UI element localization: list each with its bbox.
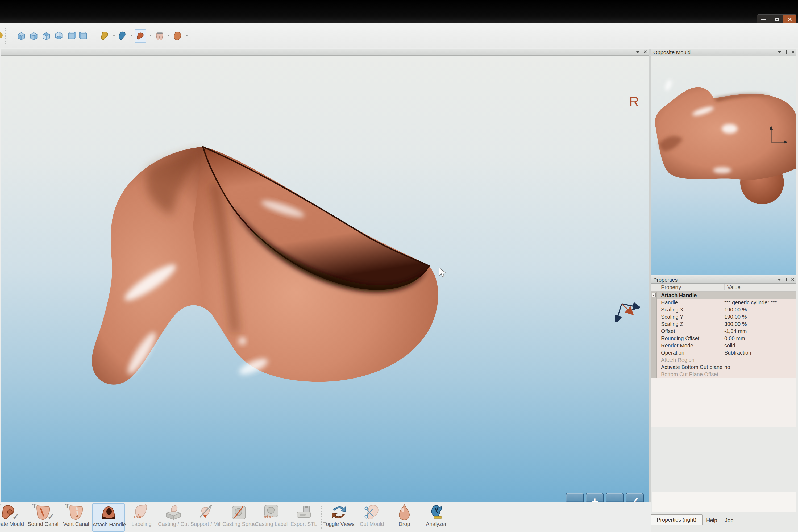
tab-help[interactable]: Help [703, 516, 721, 525]
drop-button[interactable]: Drop [388, 503, 421, 532]
close-icon[interactable] [791, 278, 795, 281]
row-gutter: - [651, 291, 657, 299]
abc-text: abc [264, 513, 273, 520]
sound-canal-button[interactable]: T ✓ Sound Canal [26, 503, 60, 532]
property-row[interactable]: Attach Region [657, 357, 796, 364]
cube-right-icon [29, 31, 39, 41]
property-row[interactable]: OperationSubtraction [657, 349, 796, 357]
main-3d-viewport[interactable]: R [1, 56, 649, 502]
dropdown-dot[interactable] [168, 35, 169, 36]
view-front-button[interactable] [65, 29, 77, 42]
attach-handle-button[interactable]: Attach Handle [92, 503, 125, 532]
export-stl-icon [296, 504, 312, 520]
maximize-icon [775, 18, 779, 21]
drop-icon [396, 504, 413, 520]
column-property[interactable]: Property [651, 284, 724, 290]
create-mould-button[interactable]: T ✓ Create Mould [0, 503, 24, 532]
mouse-cursor [439, 267, 448, 278]
casting-label-button[interactable]: abc Casting Label [255, 503, 288, 532]
group-row-attach-handle[interactable]: - Attach Handle [651, 291, 796, 299]
casting-cut-icon [165, 504, 182, 520]
export-stl-button[interactable]: Export STL [287, 503, 320, 532]
maximize-button[interactable] [770, 15, 783, 24]
pin-icon[interactable] [785, 278, 788, 281]
toggle-views-button[interactable]: Toggle Views [322, 503, 355, 532]
casting-sprue-button[interactable]: Casting Sprue [222, 503, 255, 532]
group-label: Attach Handle [657, 292, 697, 299]
opposite-mould-header[interactable]: Opposite Mould [651, 49, 796, 56]
cube-bottom-icon [54, 31, 64, 41]
clipped-tool-icon [0, 33, 3, 38]
property-row[interactable]: Bottom Cut Plane Offset [657, 371, 796, 378]
close-icon[interactable] [643, 50, 647, 54]
shell-tool-orange-button[interactable] [172, 29, 184, 42]
labeling-icon: abc [133, 504, 150, 520]
property-row[interactable]: Activate Bottom Cut planeno [657, 364, 796, 371]
monitor-bezel [0, 0, 798, 23]
ear-mould-model [1, 56, 649, 502]
analyzer-button[interactable]: Analyzer [420, 503, 453, 532]
opposite-mould-viewport[interactable] [651, 56, 796, 275]
properties-header[interactable]: Properties [651, 276, 796, 284]
support-mill-icon [198, 504, 214, 520]
vent-canal-icon: T [68, 504, 84, 520]
cube-left-icon [16, 31, 26, 41]
tab-job[interactable]: Job [721, 516, 737, 525]
shell-orange-icon [173, 31, 183, 41]
cube-top-icon [41, 31, 51, 41]
casting-cut-button[interactable]: Casting / Cut [157, 503, 190, 532]
view-left-button[interactable] [15, 29, 27, 42]
collapse-toggle[interactable]: - [652, 293, 656, 297]
close-icon[interactable] [791, 50, 795, 54]
dropdown-dot[interactable] [186, 35, 188, 36]
toolbar-grip[interactable] [94, 28, 94, 44]
property-row[interactable]: Render Modesolid [657, 342, 796, 349]
close-button[interactable] [783, 15, 796, 24]
support-mill-button[interactable]: Support / Mill [189, 503, 222, 532]
description-box [652, 492, 796, 512]
monitor-photo: R [0, 0, 798, 532]
dropdown-dot[interactable] [131, 35, 132, 36]
dropdown-dot[interactable] [150, 35, 151, 36]
view-bottom-button[interactable] [53, 29, 65, 42]
mould-tool-orange-button[interactable] [135, 29, 146, 42]
cut-mould-button[interactable]: Cut Mould [355, 503, 388, 532]
minimize-button[interactable] [757, 15, 770, 24]
view-toolbar [0, 23, 798, 49]
property-row[interactable]: Handle*** generic cylinder *** [657, 299, 796, 306]
toolbar-grip[interactable] [5, 28, 6, 44]
create-mould-icon: T ✓ [0, 504, 16, 520]
view-back-button[interactable] [78, 29, 90, 42]
property-row[interactable]: Scaling Y190,00 % [657, 314, 796, 321]
property-rows: Handle*** generic cylinder *** Scaling X… [657, 299, 796, 378]
property-row[interactable]: Rounding Offset0,00 mm [657, 335, 796, 342]
cube-back-icon [79, 31, 89, 41]
tab-properties-right[interactable]: Properties (right) [651, 514, 703, 525]
opposite-mould-title: Opposite Mould [653, 50, 690, 55]
property-row[interactable]: Scaling Z300,00 % [657, 321, 796, 328]
dock-tabs: Properties (right) Help Job [651, 513, 798, 525]
chevron-down-icon[interactable] [777, 51, 781, 54]
chevron-down-icon[interactable] [635, 50, 640, 54]
rows-gutter [651, 299, 657, 378]
vent-canal-button[interactable]: T Vent Canal [60, 503, 93, 532]
view-top-button[interactable] [40, 29, 52, 42]
impression-tool-yellow-button[interactable] [99, 29, 111, 42]
view-right-button[interactable] [28, 29, 40, 42]
grid-column-headers: Property Value [651, 284, 796, 291]
labeling-button[interactable]: abc Labeling [125, 503, 158, 532]
close-icon [787, 17, 792, 22]
impression-tool-blue-button[interactable] [116, 29, 128, 42]
column-value[interactable]: Value [724, 284, 796, 290]
pin-icon[interactable] [785, 50, 788, 54]
shell-tool-pink-button[interactable] [154, 29, 166, 42]
chevron-down-icon[interactable] [777, 278, 781, 281]
cube-front-icon [66, 31, 76, 41]
viewport-titlebar[interactable] [1, 49, 649, 56]
properties-grid: Property Value - Attach Handle Handle***… [651, 284, 796, 427]
dropdown-dot[interactable] [113, 35, 115, 36]
property-row[interactable]: Offset-1,84 mm [657, 328, 796, 335]
analyzer-icon [428, 504, 444, 520]
property-row[interactable]: Scaling X190,00 % [657, 306, 796, 314]
window-controls [757, 14, 796, 24]
